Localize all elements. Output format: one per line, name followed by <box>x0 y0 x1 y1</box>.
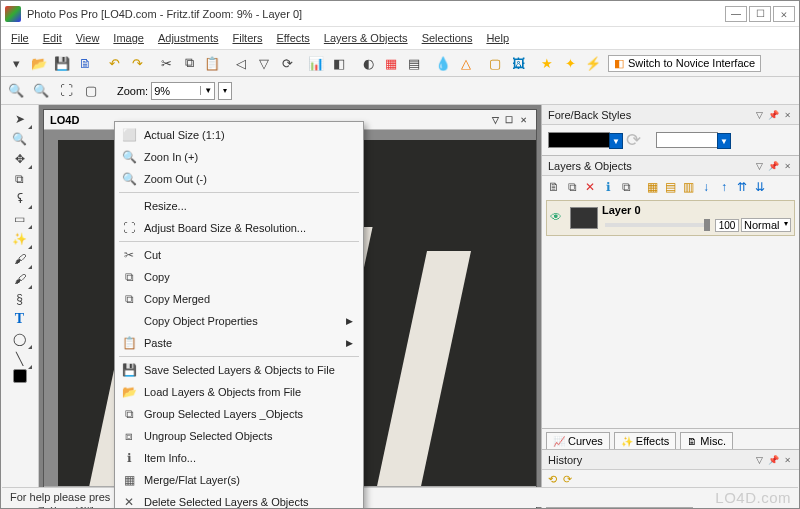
switch-novice-button[interactable]: ◧ Switch to Novice Interface <box>608 55 761 72</box>
levels-icon[interactable]: ◧ <box>328 52 350 74</box>
menu-selections[interactable]: Selections <box>416 30 479 46</box>
undo-icon[interactable]: ↶ <box>103 52 125 74</box>
marquee-tool-icon[interactable]: ▭ <box>11 209 29 229</box>
magic-select-icon[interactable]: ✨ <box>11 229 29 249</box>
forestyles-header[interactable]: Fore/Back Styles ▽ 📌 ⨉ <box>542 105 799 125</box>
wand-icon[interactable]: ⚡ <box>582 52 604 74</box>
flip-h-icon[interactable]: ◁ <box>230 52 252 74</box>
move-tool-icon[interactable]: ✥ <box>11 149 29 169</box>
move-down-icon[interactable]: ↓ <box>698 179 714 195</box>
align-1-icon[interactable]: ▦ <box>644 179 660 195</box>
zoom-extra-button[interactable]: ▾ <box>218 82 232 100</box>
panel-pin-icon[interactable]: 📌 <box>767 454 779 466</box>
tab-effects[interactable]: ✨ Effects <box>614 432 676 449</box>
visibility-icon[interactable]: 👁 <box>550 210 566 226</box>
move-bottom-icon[interactable]: ⇊ <box>752 179 768 195</box>
fg-color-icon[interactable] <box>13 369 27 383</box>
context-menu-item[interactable]: Resize... <box>117 195 361 217</box>
history-header[interactable]: History ▽ 📌 ⨉ <box>542 450 799 470</box>
cut-icon[interactable]: ✂ <box>155 52 177 74</box>
history-fwd-icon[interactable]: ⟳ <box>563 473 572 486</box>
duplicate-layer-icon[interactable]: ⧉ <box>564 179 580 195</box>
palette-icon[interactable]: ▦ <box>380 52 402 74</box>
menu-view[interactable]: View <box>70 30 106 46</box>
context-menu-item[interactable]: ✂Cut <box>117 244 361 266</box>
actual-size-icon[interactable]: ▢ <box>80 80 102 102</box>
hue-icon[interactable]: ▤ <box>403 52 425 74</box>
tab-curves[interactable]: 📈 Curves <box>546 432 610 449</box>
zoom-in-icon[interactable]: 🔍 <box>5 80 27 102</box>
layer-copy-icon[interactable]: ⧉ <box>618 179 634 195</box>
open-file-icon[interactable]: 📂 <box>28 52 50 74</box>
maximize-button[interactable]: ☐ <box>749 6 771 22</box>
flip-v-icon[interactable]: ▽ <box>253 52 275 74</box>
context-menu-item[interactable]: ⬜Actual Size (1:1) <box>117 124 361 146</box>
save-all-icon[interactable]: 🗎 <box>74 52 96 74</box>
context-menu-item[interactable]: ⧉Group Selected Layers _Objects <box>117 403 361 425</box>
context-menu-item[interactable]: ▦Merge/Flat Layer(s) <box>117 469 361 491</box>
panel-collapse-icon[interactable]: ▽ <box>753 109 765 121</box>
move-top-icon[interactable]: ⇈ <box>734 179 750 195</box>
align-3-icon[interactable]: ▥ <box>680 179 696 195</box>
save-icon[interactable]: 💾 <box>51 52 73 74</box>
context-menu-item[interactable]: ✕Delete Selected Layers & Objects <box>117 491 361 509</box>
context-menu-item[interactable]: ⧉Copy Merged <box>117 288 361 310</box>
lasso-tool-icon[interactable]: ʢ <box>11 189 29 209</box>
context-menu-item[interactable]: ⧈Ungroup Selected Objects <box>117 425 361 447</box>
menu-filters[interactable]: Filters <box>226 30 268 46</box>
tab-misc[interactable]: 🗎 Misc. <box>680 432 733 449</box>
layer-row[interactable]: 👁 Layer 0 100 Normal▾ <box>546 200 795 236</box>
zoom-tool-icon[interactable]: 🔍 <box>11 129 29 149</box>
pointer-tool-icon[interactable]: ➤ <box>11 109 29 129</box>
contrast-icon[interactable]: ◐ <box>357 52 379 74</box>
brush-tool-icon[interactable]: 🖌 <box>11 249 29 269</box>
context-menu-item[interactable]: ⛶Adjust Board Size & Resolution... <box>117 217 361 239</box>
minimize-button[interactable]: — <box>725 6 747 22</box>
menu-layers-objects[interactable]: Layers & Objects <box>318 30 414 46</box>
menu-help[interactable]: Help <box>480 30 515 46</box>
menu-effects[interactable]: Effects <box>270 30 315 46</box>
flame-icon[interactable]: △ <box>455 52 477 74</box>
swap-colors-icon[interactable]: ⟳ <box>620 129 646 151</box>
doc-maximize-icon[interactable]: ☐ <box>502 113 516 127</box>
move-up-icon[interactable]: ↑ <box>716 179 732 195</box>
zoom-select[interactable]: 9% ▼ <box>151 82 215 100</box>
fg-dropdown-icon[interactable]: ▼ <box>609 133 623 149</box>
histogram-icon[interactable]: 📊 <box>305 52 327 74</box>
text-tool-icon[interactable]: T <box>11 309 29 329</box>
blend-mode-select[interactable]: Normal▾ <box>741 218 791 232</box>
heal-tool-icon[interactable]: § <box>11 289 29 309</box>
context-menu-item[interactable]: 💾Save Selected Layers & Objects to File <box>117 359 361 381</box>
new-layer-icon[interactable]: 🗎 <box>546 179 562 195</box>
menu-edit[interactable]: Edit <box>37 30 68 46</box>
foreground-swatch[interactable]: ▼ <box>548 132 610 148</box>
gallery-icon[interactable]: 🖼 <box>507 52 529 74</box>
panel-collapse-icon[interactable]: ▽ <box>753 160 765 172</box>
close-button[interactable]: ⨉ <box>773 6 795 22</box>
context-menu-item[interactable]: 📂Load Layers & Objects from File <box>117 381 361 403</box>
layers-header[interactable]: Layers & Objects ▽ 📌 ⨉ <box>542 156 799 176</box>
star-icon[interactable]: ★ <box>536 52 558 74</box>
menu-image[interactable]: Image <box>107 30 150 46</box>
context-menu-item[interactable]: 📋Paste▶ <box>117 332 361 354</box>
panel-close-icon[interactable]: ⨉ <box>781 160 793 172</box>
opacity-slider[interactable] <box>605 223 710 227</box>
fit-window-icon[interactable]: ⛶ <box>55 80 77 102</box>
context-menu-item[interactable]: 🔍Zoon In (+) <box>117 146 361 168</box>
doc-chevron-icon[interactable]: ▽ <box>488 113 502 127</box>
history-back-icon[interactable]: ⟲ <box>548 473 557 486</box>
panel-pin-icon[interactable]: 📌 <box>767 160 779 172</box>
bg-dropdown-icon[interactable]: ▼ <box>717 133 731 149</box>
paste-icon[interactable]: 📋 <box>201 52 223 74</box>
shape-tool-icon[interactable]: ◯ <box>11 329 29 349</box>
rotate-icon[interactable]: ⟳ <box>276 52 298 74</box>
layer-info-icon[interactable]: ℹ <box>600 179 616 195</box>
align-2-icon[interactable]: ▤ <box>662 179 678 195</box>
crop-tool-icon[interactable]: ⧉ <box>11 169 29 189</box>
context-menu-item[interactable]: ⧉Copy <box>117 266 361 288</box>
redo-icon[interactable]: ↷ <box>126 52 148 74</box>
menu-adjustments[interactable]: Adjustments <box>152 30 225 46</box>
panel-collapse-icon[interactable]: ▽ <box>753 454 765 466</box>
drop-icon[interactable]: 💧 <box>432 52 454 74</box>
context-menu-item[interactable]: Copy Object Properties▶ <box>117 310 361 332</box>
